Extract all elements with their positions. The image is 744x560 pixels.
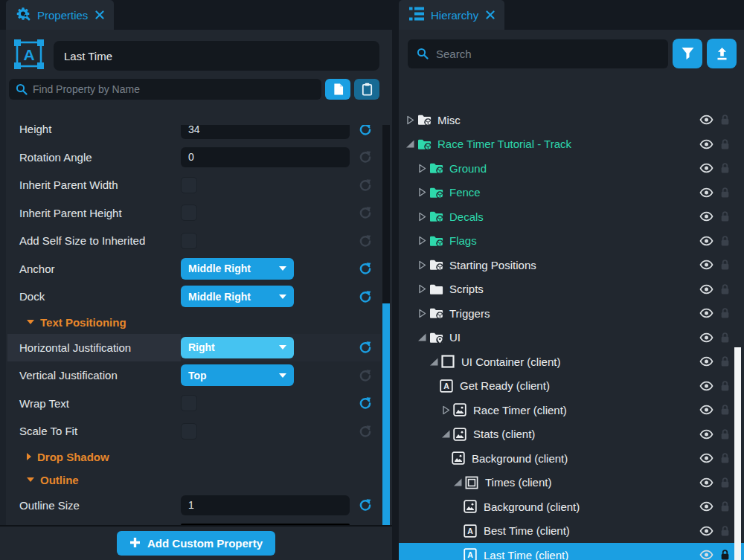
visibility-eye-icon[interactable] (699, 501, 713, 512)
tree-row-times-client[interactable]: Times (client) (399, 471, 744, 495)
visibility-eye-icon[interactable] (699, 139, 713, 149)
reset-icon[interactable] (359, 125, 372, 136)
expand-arrow-icon[interactable] (415, 284, 429, 294)
hierarchy-scrollbar-thumb[interactable] (734, 347, 741, 560)
close-icon[interactable] (95, 10, 104, 19)
expand-arrow-icon[interactable] (415, 309, 429, 318)
close-icon[interactable] (486, 10, 495, 19)
tree-row-ground[interactable]: Ground (399, 156, 744, 181)
tree-row-background-client[interactable]: Background (client) (399, 495, 744, 519)
reset-icon[interactable] (359, 206, 372, 219)
collapse-arrow-icon[interactable] (415, 332, 429, 342)
tab-properties[interactable]: Properties (6, 0, 114, 30)
expand-arrow-icon[interactable] (439, 405, 452, 415)
visibility-eye-icon[interactable] (699, 260, 713, 270)
expand-arrow-icon[interactable] (415, 236, 429, 245)
paste-properties-button[interactable] (354, 79, 379, 100)
lock-icon[interactable] (720, 283, 730, 295)
tree-row-flags[interactable]: Flags (399, 229, 744, 254)
lock-icon[interactable] (720, 525, 730, 537)
collapse-arrow-icon[interactable] (427, 357, 440, 367)
expand-arrow-icon[interactable] (415, 187, 429, 197)
reset-icon[interactable] (359, 425, 372, 438)
properties-scrollbar-thumb[interactable] (382, 303, 390, 525)
lock-icon[interactable] (720, 162, 730, 174)
tree-row-starting-positions[interactable]: Starting Positions (399, 253, 744, 277)
visibility-eye-icon[interactable] (699, 187, 713, 198)
visibility-eye-icon[interactable] (699, 429, 713, 440)
lock-icon[interactable] (720, 210, 730, 222)
inherit-parent-height-checkbox[interactable] (181, 205, 197, 221)
section-header-outline[interactable]: Outline (7, 469, 392, 492)
reset-icon[interactable] (359, 178, 372, 192)
visibility-eye-icon[interactable] (699, 308, 713, 318)
tree-row-best-time-client[interactable]: ABest Time (client) (399, 519, 744, 544)
lock-icon[interactable] (720, 452, 730, 464)
visibility-eye-icon[interactable] (699, 115, 713, 125)
horizontal-justification-dropdown[interactable]: Right (181, 337, 294, 358)
reset-icon[interactable] (359, 150, 372, 164)
lock-icon[interactable] (720, 549, 730, 560)
tree-row-decals[interactable]: Decals (399, 205, 744, 229)
tree-row-get-ready-client[interactable]: AGet Ready (client) (399, 374, 744, 399)
visibility-eye-icon[interactable] (699, 356, 713, 367)
vertical-justification-dropdown[interactable]: Top (181, 364, 294, 386)
copy-properties-button[interactable] (325, 79, 350, 100)
expand-arrow-icon[interactable] (415, 212, 429, 222)
lock-icon[interactable] (720, 235, 730, 247)
visibility-eye-icon[interactable] (699, 550, 713, 560)
reset-icon[interactable] (359, 396, 372, 410)
lock-icon[interactable] (720, 187, 730, 199)
lock-icon[interactable] (720, 355, 730, 367)
reset-icon[interactable] (359, 498, 372, 512)
hierarchy-search-input[interactable] (408, 39, 668, 68)
collapse-arrow-icon[interactable] (439, 429, 452, 439)
collapse-arrow-icon[interactable] (451, 477, 464, 487)
outline-size-input[interactable]: 1 (181, 495, 350, 515)
tab-hierarchy[interactable]: Hierarchy (399, 0, 504, 30)
dock-dropdown[interactable]: Middle Right (181, 286, 294, 307)
tree-row-race-timer-client[interactable]: Race Timer (client) (399, 398, 744, 422)
wrap-text-checkbox[interactable] (181, 395, 197, 411)
lock-icon[interactable] (720, 501, 730, 512)
tree-row-fence[interactable]: Fence (399, 181, 744, 205)
object-name-field[interactable] (54, 41, 379, 71)
collapse-arrow-icon[interactable] (403, 139, 417, 149)
expand-arrow-icon[interactable] (415, 164, 429, 173)
visibility-eye-icon[interactable] (699, 236, 713, 246)
property-search-input[interactable] (9, 79, 321, 100)
lock-icon[interactable] (720, 138, 730, 150)
visibility-eye-icon[interactable] (699, 381, 713, 391)
expand-arrow-icon[interactable] (415, 260, 429, 270)
upload-button[interactable] (707, 39, 737, 68)
visibility-eye-icon[interactable] (699, 211, 713, 222)
anchor-dropdown[interactable]: Middle Right (181, 258, 294, 280)
lock-icon[interactable] (720, 114, 730, 126)
visibility-eye-icon[interactable] (699, 477, 713, 488)
tree-row-ui[interactable]: UI (399, 326, 744, 350)
reset-icon[interactable] (359, 234, 372, 248)
lock-icon[interactable] (720, 380, 730, 392)
tree-row-scripts[interactable]: Scripts (399, 277, 744, 302)
lock-icon[interactable] (720, 477, 730, 489)
visibility-eye-icon[interactable] (699, 405, 713, 415)
tree-row-ui-container-client[interactable]: UI Container (client) (399, 350, 744, 374)
tree-row-background-client[interactable]: Background (client) (399, 446, 744, 471)
add-self-size-to-inherited-checkbox[interactable] (181, 233, 197, 249)
tree-row-last-time-client[interactable]: ALast Time (client) (399, 543, 744, 560)
height-input[interactable]: 34 (181, 125, 350, 139)
lock-icon[interactable] (720, 259, 730, 271)
visibility-eye-icon[interactable] (699, 453, 713, 463)
inherit-parent-width-checkbox[interactable] (181, 177, 197, 193)
section-header-drop-shadow[interactable]: Drop Shadow (7, 445, 392, 469)
rotation-angle-input[interactable]: 0 (181, 147, 350, 167)
reset-icon[interactable] (359, 369, 372, 382)
tree-row-misc[interactable]: Misc (399, 108, 744, 132)
lock-icon[interactable] (720, 428, 730, 440)
tree-row-triggers[interactable]: Triggers (399, 301, 744, 326)
lock-icon[interactable] (720, 404, 730, 416)
lock-icon[interactable] (720, 307, 730, 319)
section-header-text-positioning[interactable]: Text Positioning (7, 311, 392, 334)
tree-row-stats-client[interactable]: Stats (client) (399, 422, 744, 447)
filter-button[interactable] (673, 39, 702, 68)
